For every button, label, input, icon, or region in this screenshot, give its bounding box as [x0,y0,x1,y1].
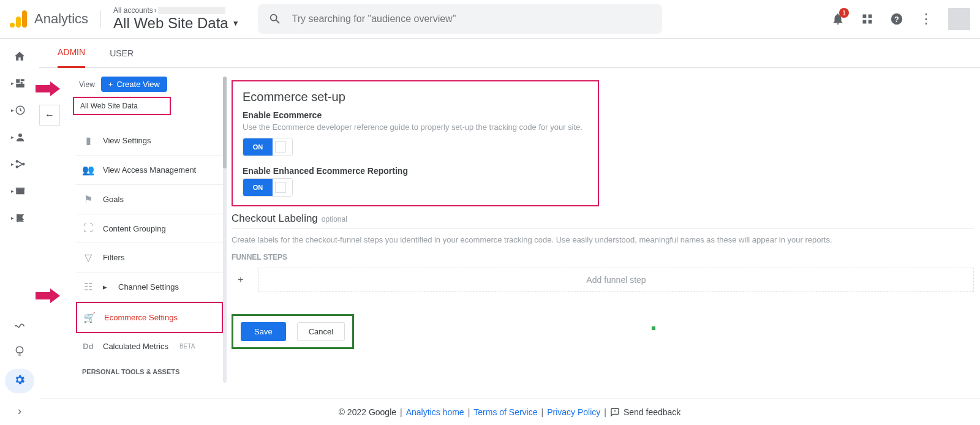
notification-badge: 1 [839,8,849,18]
more-icon[interactable]: ⋮ [919,12,933,26]
nav-realtime[interactable]: ▸ [11,103,28,117]
save-button[interactable]: Save [241,322,286,341]
nav-behavior[interactable]: ▸ [11,184,28,198]
svg-text:?: ? [894,15,899,24]
attribution-icon[interactable] [11,320,28,333]
header-actions: 1 ? ⋮ [831,8,970,30]
nav-conversions[interactable]: ▸ [11,211,28,225]
view-name: All Web Site Data [113,15,228,32]
account-name-redacted [158,7,225,14]
svg-rect-2 [863,20,867,24]
enable-enhanced-toggle[interactable]: ON [243,178,293,197]
svg-rect-1 [869,15,872,18]
menu-view-settings[interactable]: ▮View Settings [76,126,223,156]
annotation-arrow-1 [36,81,60,96]
people-icon: 👥 [82,164,94,176]
menu-content-grouping[interactable]: ⛶Content Grouping [76,214,223,243]
save-cancel-highlight: Save Cancel [232,314,354,349]
discover-icon[interactable] [11,344,28,358]
svg-point-13 [16,166,18,168]
scrollbar[interactable] [223,77,227,383]
back-button[interactable]: ← [39,105,60,126]
svg-point-14 [23,164,24,165]
chevron-right-icon: ▸ [103,282,107,291]
enable-ecommerce-label: Enable Ecommerce [243,110,588,120]
menu-label: Calculated Metrics [103,342,168,351]
funnel-steps-label: FUNNEL STEPS [232,253,974,261]
account-label: All accounts [113,6,153,15]
search-bar[interactable] [258,4,662,34]
menu-label: Filters [103,253,124,262]
admin-tabs: ADMIN USER [39,39,980,68]
analytics-logo-icon [10,10,27,28]
channel-icon: ☷ [82,281,94,293]
menu-filters[interactable]: ▽Filters [76,243,223,273]
divider [232,228,974,229]
menu-label: Goals [103,195,124,204]
footer: © 2022 Google| Analytics home| Terms of … [39,398,980,425]
plus-icon: + [108,80,113,89]
svg-rect-6 [16,79,20,83]
left-nav-rail: ▸ ▸ ▸ ▸ ▸ ▸ › [0,39,39,425]
create-view-button[interactable]: +Create View [101,77,167,92]
flag-icon: ⚑ [82,194,94,205]
terms-link[interactable]: Terms of Service [473,407,537,417]
menu-goals[interactable]: ⚑Goals [76,185,223,214]
copyright: © 2022 Google [339,407,396,417]
cancel-button[interactable]: Cancel [297,322,345,341]
svg-marker-18 [36,288,60,303]
logo[interactable]: Analytics [10,10,101,28]
nav-audience[interactable]: ▸ [11,130,28,144]
menu-ecommerce-settings[interactable]: 🛒Ecommerce Settings [76,302,223,333]
collapse-icon[interactable]: › [11,404,28,418]
cart-icon: 🛒 [83,312,96,323]
menu-label: Channel Settings [118,282,179,291]
page-title: Ecommerce set-up [243,90,588,104]
home-icon[interactable] [11,50,28,63]
svg-rect-0 [863,15,867,18]
svg-rect-16 [16,188,24,189]
dd-icon: Dd [82,342,94,351]
search-input[interactable] [292,13,652,24]
checkout-title: Checkout Labeling [232,212,318,224]
nav-reports[interactable]: ▸ [11,77,28,90]
admin-gear-icon[interactable] [5,369,34,393]
view-label: View [79,80,95,89]
search-icon [268,12,282,26]
send-feedback-link[interactable]: Send feedback [624,407,680,417]
app-header: Analytics All accounts› All Web Site Dat… [0,0,980,39]
ecommerce-setup-highlight: Ecommerce set-up Enable Ecommerce Use th… [232,80,599,206]
add-step-plus-icon[interactable]: + [232,268,250,292]
tab-user[interactable]: USER [110,39,134,68]
nav-acquisition[interactable]: ▸ [11,157,28,171]
avatar[interactable] [948,8,970,30]
beta-badge: BETA [179,343,195,350]
checkout-desc: Create labels for the checkout-funnel st… [232,235,974,244]
checkout-labeling-heading: Checkout Labelingoptional [232,212,974,225]
caret-down-icon: ▼ [232,19,239,28]
notifications-icon[interactable]: 1 [831,12,845,26]
enable-enhanced-label: Enable Enhanced Ecommerce Reporting [243,166,588,176]
apps-icon[interactable] [860,12,875,26]
svg-rect-8 [21,82,23,84]
svg-rect-7 [21,79,24,81]
help-icon[interactable]: ? [889,12,904,26]
analytics-home-link[interactable]: Analytics home [406,407,464,417]
view-column: View +Create View All Web Site Data ← ▮V… [39,68,223,425]
svg-point-11 [18,134,22,137]
menu-view-access[interactable]: 👥View Access Management [76,156,223,185]
privacy-link[interactable]: Privacy Policy [547,407,600,417]
svg-point-12 [16,160,18,162]
personal-tools-heading: PERSONAL TOOLS & ASSETS [76,359,223,375]
enable-ecommerce-toggle[interactable]: ON [243,138,293,156]
tab-admin[interactable]: ADMIN [58,39,85,68]
add-funnel-step-button[interactable]: Add funnel step [258,268,974,292]
account-switcher[interactable]: All accounts› All Web Site Data▼ [113,6,239,32]
filter-icon: ▽ [82,252,94,263]
chevron-right-icon: › [154,6,157,15]
menu-calculated-metrics[interactable]: DdCalculated MetricsBETA [76,333,223,359]
menu-channel-settings[interactable]: ☷▸Channel Settings [76,273,223,302]
view-selector[interactable]: All Web Site Data [73,97,171,115]
svg-rect-3 [869,20,872,24]
svg-marker-17 [36,81,60,96]
